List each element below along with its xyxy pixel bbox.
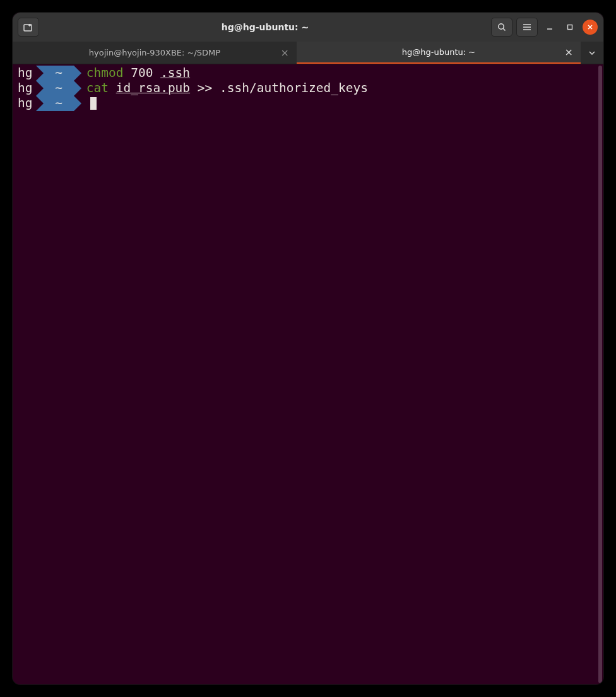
tab-close-icon[interactable]: × bbox=[281, 48, 289, 58]
chevron-down-icon bbox=[589, 51, 595, 55]
prompt-chevron-icon bbox=[36, 66, 45, 81]
new-tab-button[interactable] bbox=[18, 18, 39, 37]
terminal-viewport[interactable]: hg ~ chmod 700 .sshhg ~ cat id_rsa.pub >… bbox=[13, 64, 603, 684]
maximize-button[interactable] bbox=[562, 19, 578, 35]
close-button[interactable] bbox=[582, 19, 598, 35]
terminal-line: hg ~ bbox=[13, 96, 603, 111]
terminal-line: hg ~ cat id_rsa.pub >> .ssh/authorized_k… bbox=[13, 81, 603, 96]
titlebar: hg@hg-ubuntu: ~ bbox=[13, 13, 603, 42]
tab-active[interactable]: hg@hg-ubuntu: ~ × bbox=[297, 42, 581, 64]
svg-line-4 bbox=[503, 28, 505, 30]
prompt-chevron-icon bbox=[74, 66, 83, 81]
tab-dropdown-button[interactable] bbox=[581, 42, 603, 64]
cursor bbox=[90, 97, 97, 110]
minimize-icon bbox=[546, 23, 554, 31]
prompt-path: ~ bbox=[45, 81, 73, 96]
prompt-user: hg bbox=[13, 66, 36, 81]
prompt-path: ~ bbox=[45, 96, 73, 111]
tab-label: hg@hg-ubuntu: ~ bbox=[402, 47, 475, 57]
tab-bar: hyojin@hyojin-930XBE: ~/SDMP × hg@hg-ubu… bbox=[13, 42, 603, 64]
search-icon bbox=[497, 23, 506, 32]
tab-label: hyojin@hyojin-930XBE: ~/SDMP bbox=[89, 48, 220, 57]
command-text: chmod 700 .ssh bbox=[83, 66, 190, 81]
tab-inactive[interactable]: hyojin@hyojin-930XBE: ~/SDMP × bbox=[13, 42, 297, 64]
menu-button[interactable] bbox=[516, 18, 538, 37]
prompt-chevron-icon bbox=[74, 81, 83, 96]
new-tab-icon bbox=[23, 23, 33, 32]
svg-point-3 bbox=[499, 24, 504, 29]
prompt-chevron-icon bbox=[74, 96, 83, 111]
search-button[interactable] bbox=[491, 18, 512, 37]
window-title: hg@hg-ubuntu: ~ bbox=[43, 22, 487, 32]
maximize-icon bbox=[566, 23, 574, 31]
close-icon bbox=[587, 24, 593, 30]
prompt-user: hg bbox=[13, 81, 36, 96]
prompt-chevron-icon bbox=[36, 96, 45, 111]
prompt-chevron-icon bbox=[36, 81, 45, 96]
terminal-window: hg@hg-ubuntu: ~ bbox=[13, 13, 603, 684]
hamburger-icon bbox=[523, 23, 531, 31]
terminal-line: hg ~ chmod 700 .ssh bbox=[13, 66, 603, 81]
command-text: cat id_rsa.pub >> .ssh/authorized_keys bbox=[83, 81, 368, 96]
svg-rect-9 bbox=[568, 25, 572, 30]
scrollbar[interactable] bbox=[598, 66, 602, 683]
tab-close-icon[interactable]: × bbox=[565, 47, 573, 57]
prompt-path: ~ bbox=[45, 66, 73, 81]
minimize-button[interactable] bbox=[542, 19, 558, 35]
prompt-user: hg bbox=[13, 96, 36, 111]
